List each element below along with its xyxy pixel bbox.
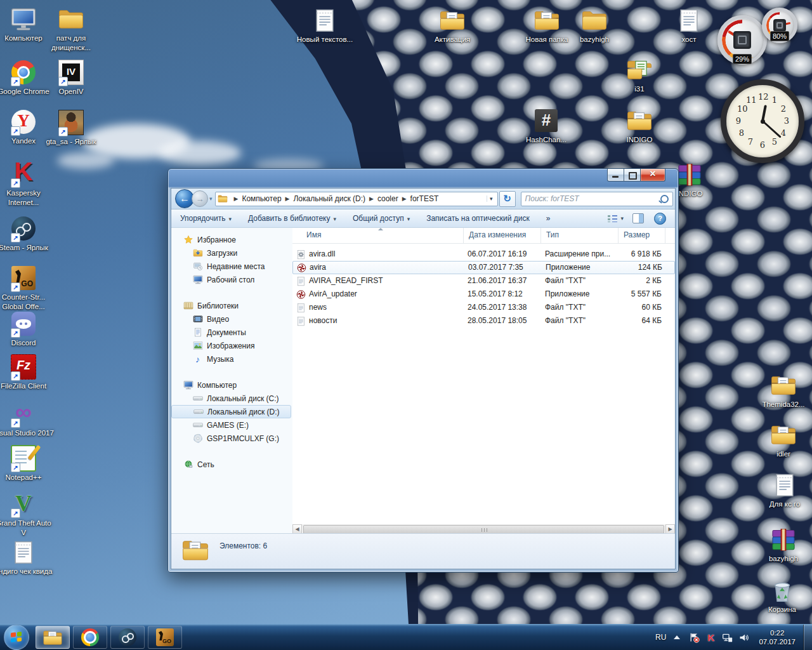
- language-indicator[interactable]: RU: [655, 633, 666, 642]
- sidebar-item-video[interactable]: Видео: [171, 312, 292, 326]
- column-header-size[interactable]: Размер: [619, 228, 665, 243]
- sidebar-item-favorites[interactable]: Избранное: [171, 233, 292, 246]
- show-hidden-icons-button[interactable]: [674, 635, 680, 639]
- file-row-avira-dll[interactable]: avira.dll 06.07.2017 16:19 Расширение пр…: [292, 248, 675, 261]
- search-box[interactable]: Поиск: forTEST: [521, 192, 673, 206]
- preview-pane-button[interactable]: [632, 213, 644, 223]
- sidebar-item-music[interactable]: ♪ Музыка: [171, 352, 292, 366]
- add-to-library-button[interactable]: Добавить в библиотеку: [248, 214, 336, 223]
- taskbar-chrome-button[interactable]: [73, 626, 107, 649]
- taskbar-steam-button[interactable]: [110, 626, 145, 649]
- cpu-meter-gadget[interactable]: 29%: [717, 15, 767, 65]
- sidebar-item-libraries[interactable]: Библиотеки: [171, 299, 292, 312]
- desktop-icon-hashchan[interactable]: HashChan...: [516, 107, 577, 145]
- forward-button[interactable]: →: [192, 190, 208, 207]
- sidebar-item-documents[interactable]: Документы: [171, 326, 292, 339]
- desktop-icon-label: Kaspersky Internet...: [0, 189, 54, 208]
- network-tray-icon[interactable]: [722, 632, 733, 643]
- desktop-icon-filezilla[interactable]: FileZilla Client: [0, 353, 54, 391]
- action-center-flag-icon[interactable]: [689, 632, 700, 643]
- desktop-icon-indigo-folder[interactable]: INDIGO: [609, 107, 670, 145]
- desktop-icon-visual-studio[interactable]: Visual Studio 2017: [0, 400, 54, 438]
- window-body: ← → ▾ ▶ Компьютер ▶ Локальный диск (D:) …: [171, 188, 676, 569]
- steam-icon: [10, 215, 37, 242]
- discord-icon: [10, 310, 37, 338]
- history-dropdown-icon[interactable]: ▾: [209, 196, 213, 202]
- sidebar-item-pictures[interactable]: Изображения: [171, 339, 292, 352]
- sidebar-item-recent[interactable]: Недавние места: [171, 260, 292, 273]
- address-bar[interactable]: ▶ Компьютер ▶ Локальный диск (D:) ▶ cool…: [215, 192, 498, 206]
- desktop-icon-themida[interactable]: Themida32...: [753, 371, 812, 409]
- clock-gadget[interactable]: 12 1 2 3 4 5 6 7 8 9 10 11: [721, 79, 804, 163]
- recycle-bin-icon: [768, 576, 796, 604]
- desktop-icon-i31[interactable]: i31: [609, 56, 670, 94]
- breadcrumb-fortest[interactable]: forTEST: [410, 194, 439, 203]
- kaspersky-tray-icon[interactable]: K: [705, 632, 716, 643]
- volume-tray-icon[interactable]: [738, 632, 749, 643]
- sidebar-item-gsp-g[interactable]: GSP1RMCULXF (G:): [171, 432, 292, 445]
- desktop-icon-indigo-check[interactable]: индиго чек квида: [0, 538, 54, 576]
- horizontal-scrollbar[interactable]: ◀ ▶: [292, 524, 675, 534]
- maximize-button[interactable]: [624, 169, 641, 182]
- desktop-icon-recycle-bin[interactable]: Корзина: [752, 576, 812, 614]
- sidebar-item-disk-c[interactable]: Локальный диск (C:): [171, 392, 292, 405]
- wallpaper-cloud: [159, 141, 241, 165]
- refresh-button[interactable]: ↻: [499, 191, 516, 207]
- show-desktop-button[interactable]: [803, 625, 812, 650]
- file-row-novosti[interactable]: новости 28.05.2017 18:05 Файл "TXT" 64 К…: [292, 314, 675, 328]
- desktop-icon-patch-folder[interactable]: патч для днищенск...: [41, 5, 102, 53]
- desktop-icon-activation[interactable]: Активация: [422, 6, 483, 44]
- column-header-name[interactable]: Имя: [292, 228, 464, 243]
- address-dropdown-icon[interactable]: ▾: [487, 196, 495, 202]
- sidebar-item-disk-d[interactable]: Локальный диск (D:): [171, 405, 291, 418]
- more-commands-button[interactable]: »: [546, 214, 551, 223]
- sidebar-item-desktop[interactable]: Рабочий стол: [171, 273, 292, 286]
- taskbar-csgo-button[interactable]: [148, 626, 182, 649]
- desktop-icon-idler[interactable]: idler: [753, 421, 812, 459]
- desktop-icon-openiv[interactable]: OpenIV: [41, 58, 102, 96]
- close-button[interactable]: [640, 169, 665, 182]
- ram-meter-gadget[interactable]: 80%: [762, 8, 797, 43]
- share-button[interactable]: Общий доступ: [353, 214, 410, 223]
- desktop-icon-for-cs[interactable]: Для кс го: [754, 471, 812, 509]
- help-button[interactable]: ?: [654, 213, 666, 225]
- desktop-icon-gtav[interactable]: Grand Theft Auto V: [0, 490, 54, 538]
- file-row-avira-selected[interactable]: avira 03.07.2017 7:35 Приложение 124 КБ: [292, 261, 675, 274]
- breadcrumb-computer[interactable]: Компьютер: [242, 194, 281, 203]
- sidebar-item-downloads[interactable]: Загрузки: [171, 246, 292, 260]
- sidebar-item-computer[interactable]: Компьютер: [171, 378, 292, 392]
- burn-button[interactable]: Записать на оптический диск: [426, 214, 530, 223]
- file-row-news[interactable]: news 24.05.2017 13:38 Файл "TXT" 60 КБ: [292, 301, 675, 314]
- organize-button[interactable]: Упорядочить: [180, 214, 232, 223]
- desktop-icon-steam[interactable]: Steam - Ярлык: [0, 215, 54, 253]
- breadcrumb-cooler[interactable]: cooler: [377, 194, 398, 203]
- desktop-icon-gta-sa[interactable]: gta_sa - Ярлык: [41, 109, 102, 147]
- hash-icon: [532, 107, 560, 135]
- desktop-icon-label: хост: [658, 35, 719, 44]
- desktop-icon-kaspersky[interactable]: Kaspersky Internet...: [0, 160, 54, 208]
- desktop-icon-bazyhigh-folder[interactable]: bazyhigh: [564, 6, 625, 44]
- sidebar-item-network[interactable]: Сеть: [171, 458, 292, 471]
- desktop-icon-csgo[interactable]: Counter-Str... Global Offe...: [0, 264, 54, 312]
- sidebar-item-games-e[interactable]: GAMES (E:): [171, 418, 292, 432]
- desktop-icon-discord[interactable]: Discord: [0, 310, 54, 348]
- desktop-icon-new-text[interactable]: Новый текстов...: [294, 6, 355, 44]
- column-header-type[interactable]: Тип: [541, 228, 619, 243]
- views-button[interactable]: [608, 215, 624, 222]
- taskbar-clock[interactable]: 0:22 07.07.2017: [759, 628, 796, 646]
- start-button[interactable]: [4, 625, 29, 650]
- desktop-icon-bazyhigh-rar[interactable]: bazyhigh: [753, 526, 812, 564]
- avira-app-icon: [297, 263, 306, 273]
- minimize-button[interactable]: [607, 169, 625, 182]
- file-row-avira-updater[interactable]: AvirA_updater 15.05.2017 8:12 Приложение…: [292, 288, 675, 301]
- scroll-right-arrow[interactable]: ▶: [665, 524, 675, 534]
- scroll-left-arrow[interactable]: ◀: [292, 524, 302, 534]
- clock-number: 9: [734, 117, 743, 126]
- file-row-avira-read-first[interactable]: AVIRA_READ_FIRST 21.06.2017 16:37 Файл "…: [292, 274, 675, 288]
- filezilla-icon: [10, 353, 37, 381]
- column-header-date[interactable]: Дата изменения: [464, 228, 541, 243]
- desktop-icon-notepadpp[interactable]: Notepad++: [0, 444, 54, 482]
- taskbar-explorer-button[interactable]: [36, 626, 70, 649]
- desktop-icon-host[interactable]: хост: [658, 6, 719, 44]
- breadcrumb-disk-d[interactable]: Локальный диск (D:): [293, 194, 365, 203]
